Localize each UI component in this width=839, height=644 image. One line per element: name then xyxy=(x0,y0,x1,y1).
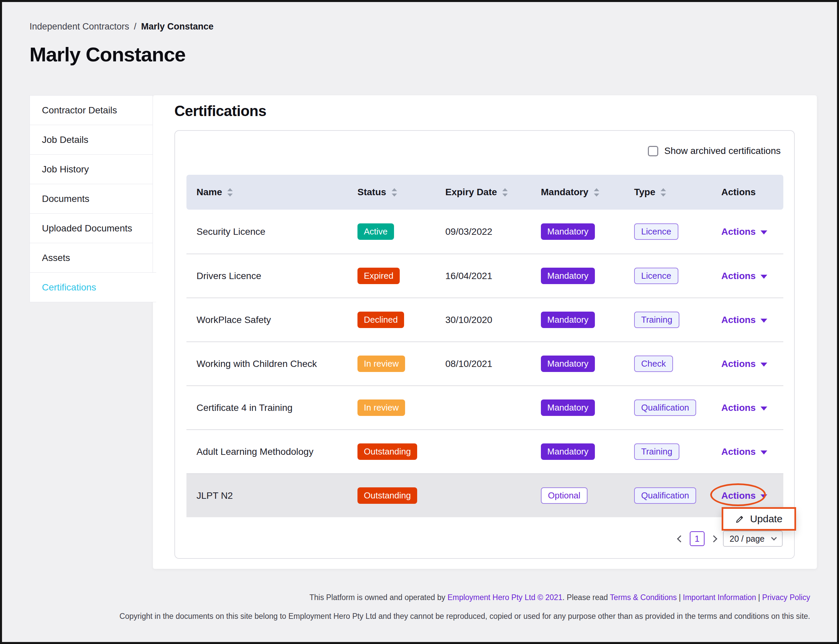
actions-label: Actions xyxy=(721,447,756,457)
cert-name: Security Licence xyxy=(186,227,347,237)
footer-line-1: This Platform is owned and operated by E… xyxy=(2,593,810,602)
caret-down-icon xyxy=(760,275,767,279)
cert-name: JLPT N2 xyxy=(186,490,347,501)
mandatory-badge: Mandatory xyxy=(541,444,595,460)
breadcrumb: Independent Contractors / Marly Constanc… xyxy=(30,21,213,32)
page-size-select[interactable]: 20 / page xyxy=(723,531,783,547)
column-label: Actions xyxy=(721,187,756,197)
sidebar-item-job-details[interactable]: Job Details xyxy=(30,125,153,154)
actions-label: Actions xyxy=(721,315,756,325)
actions-dropdown[interactable]: Actions xyxy=(721,227,783,237)
chevron-down-icon xyxy=(771,535,777,540)
actions-dropdown[interactable]: Actions xyxy=(721,315,783,325)
certifications-table: Name Status Expiry Date Mandatory xyxy=(186,175,783,517)
sidebar-item-documents[interactable]: Documents xyxy=(30,184,153,214)
column-header-name[interactable]: Name xyxy=(186,187,347,197)
expiry-date: 16/04/2021 xyxy=(435,271,531,281)
contractor-sidebar: Contractor Details Job Details Job Histo… xyxy=(30,95,153,302)
table-row: Drivers Licence Expired 16/04/2021 Manda… xyxy=(186,254,783,297)
sidebar-item-contractor-details[interactable]: Contractor Details xyxy=(30,95,153,125)
column-label: Name xyxy=(197,187,222,197)
actions-label: Actions xyxy=(721,358,756,369)
update-menu-item[interactable]: Update xyxy=(722,507,796,531)
type-badge: Training xyxy=(634,312,680,328)
column-label: Status xyxy=(358,187,386,197)
actions-dropdown[interactable]: Actions xyxy=(721,358,783,369)
table-row-selected: JLPT N2 Outstanding Optional Qualificati… xyxy=(186,473,783,517)
caret-down-icon xyxy=(760,406,767,411)
show-archived-checkbox[interactable] xyxy=(648,146,658,156)
caret-down-icon xyxy=(760,495,767,498)
breadcrumb-current: Marly Constance xyxy=(141,21,213,32)
footer-separator: | xyxy=(679,593,681,602)
table-row: Adult Learning Methodology Outstanding M… xyxy=(186,429,783,473)
show-archived-control: Show archived certifications xyxy=(648,146,781,156)
actions-dropdown[interactable]: Actions xyxy=(721,402,783,413)
type-badge: Licence xyxy=(634,268,678,284)
actions-label: Actions xyxy=(721,402,756,413)
sort-arrows-icon xyxy=(227,187,233,197)
pagination: 1 20 / page xyxy=(678,531,783,547)
column-header-mandatory[interactable]: Mandatory xyxy=(531,187,624,197)
footer-text: This Platform is owned and operated by xyxy=(310,593,448,602)
table-header-row: Name Status Expiry Date Mandatory xyxy=(186,175,783,210)
status-badge: Outstanding xyxy=(358,444,417,460)
table-row: Working with Children Check In review 08… xyxy=(186,342,783,385)
cert-name: Drivers Licence xyxy=(186,271,347,281)
column-label: Expiry Date xyxy=(445,187,497,197)
mandatory-badge: Mandatory xyxy=(541,312,595,328)
caret-down-icon xyxy=(760,230,767,235)
sort-arrows-icon xyxy=(593,187,600,197)
important-information-link[interactable]: Important Information xyxy=(683,593,756,602)
status-badge: Outstanding xyxy=(358,487,417,504)
actions-dropdown[interactable]: Actions xyxy=(721,447,783,457)
page-title: Marly Constance xyxy=(30,43,186,66)
mandatory-badge: Mandatory xyxy=(541,399,595,416)
sidebar-item-certifications[interactable]: Certifications xyxy=(30,272,156,302)
privacy-policy-link[interactable]: Privacy Policy xyxy=(762,593,810,602)
caret-down-icon xyxy=(760,450,767,455)
table-row: Certificate 4 in Training In review Mand… xyxy=(186,385,783,429)
terms-link[interactable]: Terms & Conditions xyxy=(610,593,677,602)
footer-text: . Please read xyxy=(562,593,610,602)
column-header-status[interactable]: Status xyxy=(347,187,435,197)
expiry-date: 08/10/2021 xyxy=(435,358,531,369)
sort-arrows-icon xyxy=(391,187,398,197)
certifications-card: Show archived certifications Name Status… xyxy=(174,130,795,559)
certifications-panel: Certifications Show archived certificati… xyxy=(153,95,817,569)
chevron-right-icon[interactable] xyxy=(710,535,717,542)
footer-separator: | xyxy=(758,593,760,602)
mandatory-badge: Mandatory xyxy=(541,356,595,372)
expiry-date: 30/10/2020 xyxy=(435,315,531,325)
cert-name: WorkPlace Safety xyxy=(186,315,347,325)
type-badge: Check xyxy=(634,356,673,372)
sidebar-item-uploaded-documents[interactable]: Uploaded Documents xyxy=(30,213,153,243)
cert-name: Adult Learning Methodology xyxy=(186,447,347,457)
table-row: WorkPlace Safety Declined 30/10/2020 Man… xyxy=(186,297,783,342)
type-badge: Training xyxy=(634,444,680,460)
status-badge: Active xyxy=(358,223,394,240)
footer-line-2: Copyright in the documents on this site … xyxy=(2,612,810,621)
mandatory-badge: Mandatory xyxy=(541,268,595,284)
status-badge: Declined xyxy=(358,312,404,328)
breadcrumb-parent-link[interactable]: Independent Contractors xyxy=(30,21,129,32)
employment-hero-link[interactable]: Employment Hero Pty Ltd © 2021 xyxy=(447,593,562,602)
caret-down-icon xyxy=(760,363,767,366)
cert-name: Working with Children Check xyxy=(186,358,347,369)
actions-label: Actions xyxy=(721,490,756,501)
sort-arrows-icon xyxy=(660,187,667,197)
sidebar-item-assets[interactable]: Assets xyxy=(30,243,153,273)
page-number-button[interactable]: 1 xyxy=(690,531,704,546)
mandatory-badge: Mandatory xyxy=(541,223,595,240)
table-row: Security Licence Active 09/03/2022 Manda… xyxy=(186,210,783,254)
column-header-expiry-date[interactable]: Expiry Date xyxy=(435,187,531,197)
sort-arrows-icon xyxy=(502,187,508,197)
actions-label: Actions xyxy=(721,271,756,281)
type-badge: Qualification xyxy=(634,399,696,416)
sidebar-item-job-history[interactable]: Job History xyxy=(30,154,153,184)
chevron-left-icon[interactable] xyxy=(677,535,684,542)
actions-label: Actions xyxy=(721,227,756,237)
actions-dropdown[interactable]: Actions xyxy=(721,271,783,281)
column-header-type[interactable]: Type xyxy=(624,187,711,197)
actions-dropdown-open[interactable]: Actions xyxy=(721,490,783,501)
